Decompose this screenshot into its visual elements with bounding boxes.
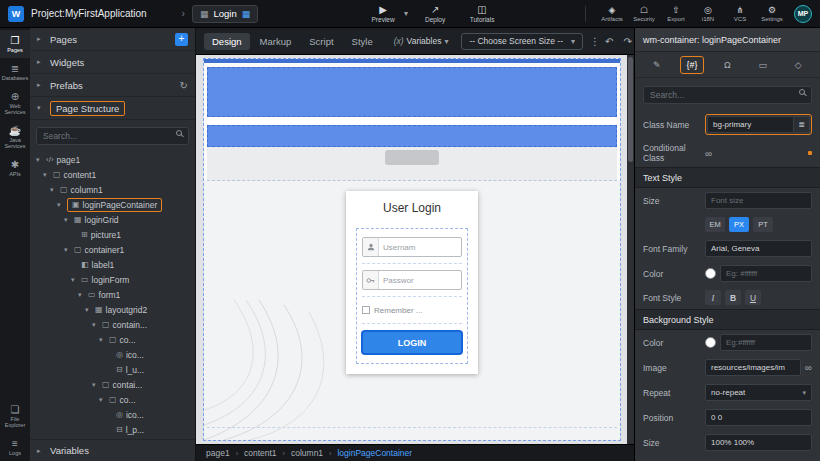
chevron-down-icon[interactable]: ▾ bbox=[57, 201, 64, 209]
preview-button[interactable]: ▶ Preview bbox=[363, 5, 403, 23]
breadcrumb-item-content1[interactable]: content1 bbox=[244, 448, 277, 458]
form-title[interactable]: User Login bbox=[356, 201, 468, 215]
chevron-down-icon[interactable]: ▾ bbox=[36, 156, 43, 164]
nav-toggle-widget[interactable] bbox=[385, 150, 439, 165]
chevron-down-icon[interactable]: ▾ bbox=[50, 186, 57, 194]
redo-icon[interactable]: ↷ bbox=[623, 36, 631, 47]
breadcrumb-item-page1[interactable]: page1 bbox=[206, 448, 230, 458]
color-swatch[interactable] bbox=[705, 337, 716, 348]
tree-item-page1[interactable]: ▾‹/›page1 bbox=[30, 152, 195, 167]
inspector-tab-layout[interactable]: ▭ bbox=[751, 56, 775, 74]
topbar-tool-i18n[interactable]: ◎i18N bbox=[693, 5, 723, 22]
user-avatar[interactable]: MP bbox=[794, 5, 812, 23]
section-prefabs[interactable]: ▸ Prefabs ↻ bbox=[30, 74, 195, 97]
username-field[interactable]: Usernam bbox=[362, 237, 462, 257]
font-style-i-button[interactable]: I bbox=[705, 290, 721, 305]
link-icon[interactable]: ∞ bbox=[805, 362, 812, 373]
inspector-tab-styles[interactable]: {#} bbox=[680, 56, 704, 74]
bg-position-input[interactable] bbox=[705, 409, 812, 426]
tree-item-content1[interactable]: ▾▢content1 bbox=[30, 167, 195, 182]
canvas-scrollbar[interactable] bbox=[627, 55, 634, 444]
undo-icon[interactable]: ↶ bbox=[605, 36, 613, 47]
topbar-tool-security[interactable]: ☖Security bbox=[629, 5, 659, 22]
rail-item-web-services[interactable]: ⊕Web Services bbox=[0, 86, 30, 120]
section-page-structure[interactable]: ▾ Page Structure bbox=[30, 97, 195, 120]
structure-search-input[interactable] bbox=[36, 127, 189, 145]
login-button[interactable]: LOGIN bbox=[363, 332, 461, 353]
tree-item-l_u[interactable]: ⊟l_u... bbox=[30, 362, 195, 377]
tree-item-label1[interactable]: ◧label1 bbox=[30, 257, 195, 272]
tree-item-ico[interactable]: ◎ico... bbox=[30, 407, 195, 422]
inspector-tab-security[interactable]: ◇ bbox=[786, 56, 810, 74]
tutorials-button[interactable]: ◫ Tutorials bbox=[462, 5, 502, 23]
rail-item-pages[interactable]: ❐Pages bbox=[0, 30, 30, 58]
tree-item-contain[interactable]: ▾▢contain... bbox=[30, 317, 195, 332]
link-icon[interactable]: ∞ bbox=[705, 148, 712, 159]
chevron-down-icon[interactable]: ▾ bbox=[78, 291, 85, 299]
form-grid-widget[interactable]: Usernam Passwor bbox=[356, 228, 468, 364]
tree-item-picture1[interactable]: ⊞picture1 bbox=[30, 227, 195, 242]
breadcrumb-item-column1[interactable]: column1 bbox=[291, 448, 323, 458]
class-list-button[interactable]: ≣ bbox=[794, 116, 810, 133]
unit-pt-button[interactable]: PT bbox=[753, 217, 773, 232]
tree-item-loginForm[interactable]: ▾▭loginForm bbox=[30, 272, 195, 287]
nav-row-widget[interactable] bbox=[207, 147, 617, 181]
font-style-u-button[interactable]: U bbox=[745, 290, 761, 305]
unit-em-button[interactable]: EM bbox=[705, 217, 725, 232]
bg-image-input[interactable] bbox=[705, 359, 801, 376]
topbar-tool-settings[interactable]: ⚙Settings bbox=[757, 5, 787, 22]
inspector-tab-snap[interactable]: Ω bbox=[715, 56, 739, 74]
rail-item-databases[interactable]: ≣Databases bbox=[0, 58, 30, 86]
color-swatch[interactable] bbox=[705, 268, 716, 279]
topbar-tool-export[interactable]: ⇧Export bbox=[661, 5, 691, 22]
class-name-input[interactable] bbox=[707, 116, 794, 133]
tab-script[interactable]: Script bbox=[301, 33, 341, 50]
tree-item-container1[interactable]: ▾▢container1 bbox=[30, 242, 195, 257]
deploy-button[interactable]: ↗ Deploy bbox=[415, 5, 455, 23]
login-page-container-widget[interactable]: User Login Usernam bbox=[204, 181, 620, 440]
variables-button[interactable]: (x) Variables ▾ bbox=[394, 36, 449, 46]
tree-item-contai[interactable]: ▾▢contai... bbox=[30, 377, 195, 392]
font-family-input[interactable] bbox=[705, 240, 812, 257]
chevron-down-icon[interactable]: ▾ bbox=[71, 276, 78, 284]
kebab-menu-icon[interactable]: ⋮ bbox=[590, 36, 600, 47]
inspector-tab-properties[interactable]: ✎ bbox=[645, 56, 669, 74]
text-style-header[interactable]: Text Style bbox=[635, 167, 820, 188]
chevron-down-icon[interactable]: ▾ bbox=[64, 246, 71, 254]
chevron-down-icon[interactable]: ▾ bbox=[64, 216, 71, 224]
page-canvas[interactable]: User Login Usernam bbox=[204, 59, 620, 440]
font-style-b-button[interactable]: B bbox=[725, 290, 741, 305]
unit-px-button[interactable]: PX bbox=[729, 217, 749, 232]
tree-item-column1[interactable]: ▾▢column1 bbox=[30, 182, 195, 197]
topbar-tool-vcs[interactable]: ⋔VCS bbox=[725, 5, 755, 22]
rail-item-file-explorer[interactable]: ❏File Explorer bbox=[0, 399, 30, 433]
password-field[interactable]: Passwor bbox=[362, 270, 462, 290]
refresh-icon[interactable]: ↻ bbox=[180, 80, 188, 91]
section-variables[interactable]: ▸ Variables bbox=[30, 439, 195, 461]
tree-item-layoutgrid2[interactable]: ▾▦layoutgrid2 bbox=[30, 302, 195, 317]
section-pages[interactable]: ▸ Pages + bbox=[30, 28, 195, 51]
chevron-down-icon[interactable]: ▾ bbox=[99, 396, 106, 404]
tab-design[interactable]: Design bbox=[204, 33, 250, 50]
header-container-widget[interactable] bbox=[207, 67, 617, 117]
chevron-down-icon[interactable]: ▾ bbox=[92, 321, 99, 329]
tree-item-loginPageContainer[interactable]: ▾▣loginPageContainer bbox=[30, 197, 195, 212]
tree-item-loginGrid[interactable]: ▾▦loginGrid bbox=[30, 212, 195, 227]
add-page-button[interactable]: + bbox=[175, 33, 188, 46]
rail-item-java-services[interactable]: ☕Java Services bbox=[0, 120, 30, 154]
tree-item-ico[interactable]: ◎ico... bbox=[30, 347, 195, 362]
chevron-down-icon[interactable]: ▾ bbox=[85, 306, 92, 314]
tree-item-co[interactable]: ▾▢co... bbox=[30, 332, 195, 347]
remember-checkbox[interactable] bbox=[362, 306, 370, 314]
bg-size-input[interactable] bbox=[705, 434, 812, 451]
preview-dropdown-icon[interactable]: ▾ bbox=[404, 9, 408, 18]
wavemaker-logo[interactable]: W bbox=[8, 6, 24, 22]
tab-markup[interactable]: Markup bbox=[252, 33, 300, 50]
apps-grid-icon[interactable]: ▦ bbox=[242, 9, 251, 19]
text-color-input[interactable] bbox=[720, 265, 812, 282]
chevron-down-icon[interactable]: ▾ bbox=[92, 381, 99, 389]
login-form-card[interactable]: User Login Usernam bbox=[346, 191, 478, 374]
inspector-search-input[interactable] bbox=[643, 86, 812, 104]
bg-repeat-select[interactable]: no-repeat ▾ bbox=[705, 384, 812, 401]
page-tab-login[interactable]: ▦ Login ▦ bbox=[192, 5, 258, 23]
